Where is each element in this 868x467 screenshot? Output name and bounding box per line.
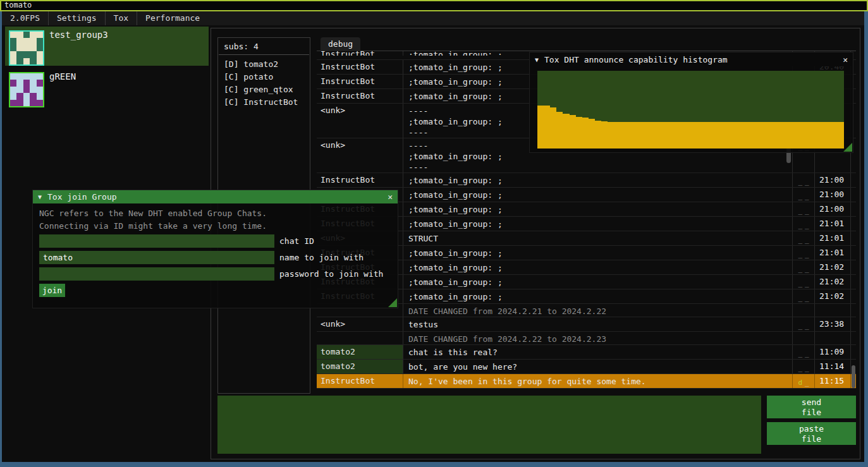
message-flags-cell: d_ [793,374,815,388]
app-content: 2.0FPSSettingsToxPerformance test_group3… [2,11,864,462]
histogram-bar [595,121,601,149]
histogram-bar [544,106,550,149]
histogram-bar [671,122,678,149]
member-item[interactable]: [C] green_qtox [224,83,304,96]
histogram-bar [799,122,805,149]
message-row[interactable]: tomato2chat is this real?__11:09 [317,345,856,360]
histogram-bar [819,122,825,149]
histogram-bar [812,122,819,149]
join-group-window-titlebar[interactable]: ▼ Tox join Group ✕ [33,190,398,203]
message-flags-cell: __ [793,246,815,260]
message-flags-cell: __ [793,217,815,231]
message-line: bot, are you new here? [408,361,787,372]
join-name-input[interactable] [39,251,274,264]
join-button[interactable]: join [39,284,65,297]
join-desc-line-1: NGC refers to the New DHT enabled Group … [39,209,267,218]
message-row[interactable]: InstructBot;tomato_in_group: ;__21:00 [317,173,856,188]
message-time-cell: 21:01 [815,217,851,231]
subs-header: subs: 4 [218,38,310,54]
avatar-pixel [30,32,36,38]
message-text-cell: ;tomato_in_group: ; [403,289,793,303]
message-input[interactable] [217,396,761,454]
pending-flag: _ [804,192,810,200]
message-row[interactable]: DATE CHANGED from 2024.2.22 to 2024.2.23 [317,332,856,345]
avatar-pixel [23,80,30,86]
message-line: ;tomato_in_group: ; [408,248,787,258]
histogram-bar [570,115,576,149]
histogram-bar [767,122,774,149]
message-flags-cell: __ [793,231,815,245]
message-time-cell: 11:09 [815,345,851,359]
message-text-cell: DATE CHANGED from 2024.2.21 to 2024.2.22 [403,304,793,317]
message-time-cell: 21:02 [815,289,851,303]
collapse-arrow-icon[interactable]: ▼ [38,193,42,200]
tab-debug[interactable]: debug [321,37,360,51]
avatar-pixel [37,45,43,51]
message-text-cell: ;tomato_in_group: ; [403,275,793,289]
join-desc-line-2: Connecting via ID might take a very long… [39,221,267,231]
histogram-bar [537,106,544,149]
message-line: ;tomato_in_group: ; [408,219,787,229]
message-flags-cell: __ [793,202,815,216]
message-flags-cell: __ [793,345,815,359]
join-password-input[interactable] [39,267,274,281]
histogram-bar [806,122,812,149]
histogram-bar [755,122,761,149]
avatar-pixel [10,45,16,51]
message-name-cell [317,332,403,344]
avatar-pixel [10,38,16,44]
histogram-window-titlebar[interactable]: ▼ Tox DHT announce capability histogram … [530,52,853,66]
message-line: testus [408,319,787,330]
window-title: tomato [4,1,32,9]
histogram-bar [793,122,799,149]
group-row-test_group3[interactable]: test_group3 [5,27,209,66]
histogram-bar [780,122,786,149]
histogram-bar [825,122,831,149]
message-row[interactable]: tomato2bot, are you new here?__11:14 [317,360,856,374]
member-item[interactable]: [C] InstructBot [224,96,304,109]
avatar-pixel [10,93,16,99]
pending-flag: _ [797,178,804,186]
send-file-button[interactable]: send file [767,396,856,418]
message-text-cell: ;tomato_in_group: ; [403,173,793,187]
histogram-bar [678,122,684,149]
avatar-pixel [30,93,36,99]
avatar-pixel [37,58,43,64]
pending-flag: _ [804,221,810,229]
menu-item-tox[interactable]: Tox [106,11,137,25]
group-row-gREEN[interactable]: gREEN [5,68,209,107]
histogram-resize-grip[interactable] [843,143,852,152]
avatar-pixel [10,87,16,93]
avatar-pixel [23,87,30,93]
message-time-cell [815,332,851,344]
delivered-flag: d [797,379,804,387]
message-line: ;tomato_in_group: ; [408,175,787,186]
chat-id-input[interactable] [39,234,274,248]
message-line: STRUCT [408,233,787,244]
paste-file-button[interactable]: paste file [767,422,856,445]
histogram-bar [710,122,716,149]
join-group-window-body: NGC refers to the New DHT enabled Group … [33,203,398,308]
close-icon[interactable]: ✕ [843,55,848,64]
avatar-pixel [10,32,16,38]
window-titlebar[interactable]: tomato [0,0,868,11]
menu-item-settings[interactable]: Settings [49,11,106,25]
collapse-arrow-icon[interactable]: ▼ [535,56,539,63]
member-item[interactable]: [D] tomato2 [224,58,304,71]
messages-scrollbar-thumb[interactable] [852,365,855,388]
avatar-pixel [16,58,23,64]
message-time-cell: 21:02 [815,260,851,274]
message-row[interactable]: InstructBotNo, I've been in this group f… [317,374,856,389]
message-time-cell: 21:00 [815,188,851,202]
message-time-cell: 21:00 [815,202,851,216]
histogram-bar [716,122,723,149]
message-row[interactable]: <unk>testus__23:38 [317,317,856,332]
menu-item-performance[interactable]: Performance [137,11,208,25]
join-group-window: ▼ Tox join Group ✕ NGC refers to the New… [32,190,398,308]
avatar-pixel [30,87,36,93]
join-resize-grip[interactable] [388,298,397,307]
member-item[interactable]: [C] potato [224,71,304,83]
close-icon[interactable]: ✕ [388,192,393,202]
join-password-label: password to join with [279,267,383,281]
message-text-cell: chat is this real? [403,345,793,359]
